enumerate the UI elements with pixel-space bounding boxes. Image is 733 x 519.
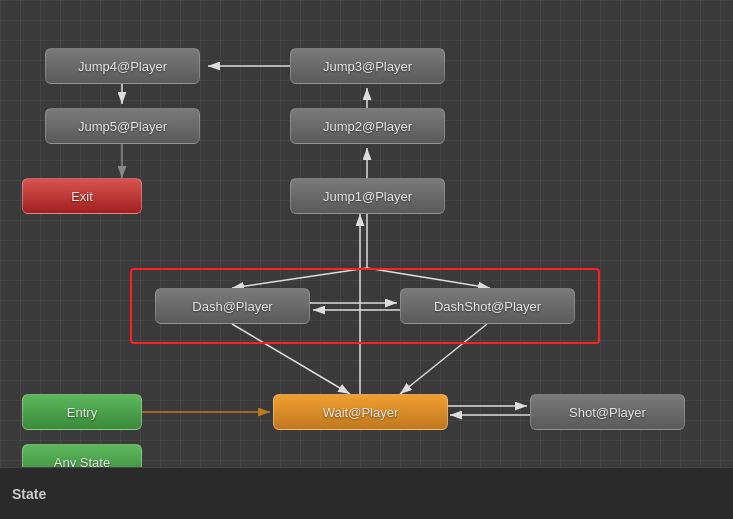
state-node-dashshot[interactable]: DashShot@Player	[400, 288, 575, 324]
state-node-dash[interactable]: Dash@Player	[155, 288, 310, 324]
state-node-jump1[interactable]: Jump1@Player	[290, 178, 445, 214]
state-node-entry[interactable]: Entry	[22, 394, 142, 430]
state-node-exit[interactable]: Exit	[22, 178, 142, 214]
state-node-wait[interactable]: Wait@Player	[273, 394, 448, 430]
state-node-jump5[interactable]: Jump5@Player	[45, 108, 200, 144]
bottom-panel-label: State	[12, 486, 46, 502]
bottom-panel: State	[0, 467, 733, 519]
state-node-jump2[interactable]: Jump2@Player	[290, 108, 445, 144]
state-node-jump4[interactable]: Jump4@Player	[45, 48, 200, 84]
state-node-jump3[interactable]: Jump3@Player	[290, 48, 445, 84]
state-node-shot[interactable]: Shot@Player	[530, 394, 685, 430]
